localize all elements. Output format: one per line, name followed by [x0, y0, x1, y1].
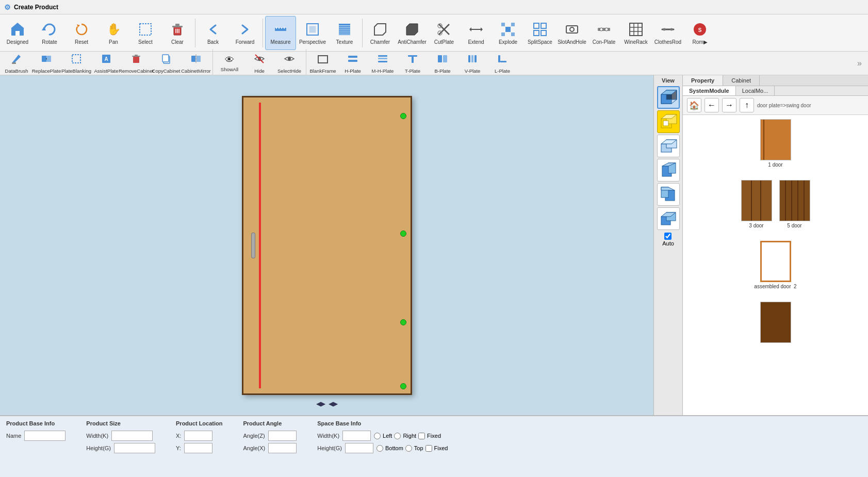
view-yellow-button[interactable] — [657, 110, 680, 133]
databrush-button[interactable]: DataBrush — [2, 53, 31, 74]
selecthide-button[interactable]: SelectHide — [275, 53, 304, 74]
removecabinet-icon — [130, 53, 142, 67]
b-plate-label: B-Plate — [434, 68, 450, 74]
con-plate-button[interactable]: Con-Plate — [588, 16, 619, 50]
view-3d-button[interactable] — [657, 207, 680, 230]
select-button[interactable]: Select — [130, 16, 161, 50]
viewport[interactable]: ◀▶ ◀▶ — [0, 75, 653, 415]
handle-dot-mid[interactable] — [400, 231, 406, 237]
svg-rect-56 — [42, 56, 46, 62]
b-plate-button[interactable]: B-Plate — [428, 53, 457, 74]
l-plate-button[interactable]: L-Plate — [488, 53, 517, 74]
antichamfer-button[interactable]: AntiChamfer — [397, 16, 428, 50]
m-h-plate-button[interactable]: M-H-Plate — [368, 53, 397, 74]
perspective-button[interactable]: Perspective — [297, 16, 328, 50]
measure-button[interactable]: Measure — [265, 16, 296, 50]
space-width-input[interactable] — [342, 431, 371, 441]
svg-rect-65 — [162, 55, 169, 62]
svg-rect-84 — [474, 55, 477, 62]
pan-button[interactable]: ✋ Pan — [98, 16, 129, 50]
svg-rect-2 — [15, 31, 20, 36]
auto-checkbox[interactable] — [664, 233, 672, 240]
nav-back-button[interactable]: ← — [705, 98, 719, 112]
designed-button[interactable]: Designed — [2, 16, 33, 50]
explode-button[interactable]: Explode — [493, 16, 523, 50]
door-item-5[interactable]: 5 door — [779, 180, 810, 228]
handle-dot-bottom[interactable] — [400, 319, 406, 325]
view-left-button[interactable] — [657, 183, 680, 206]
svg-marker-25 — [406, 24, 418, 35]
app-icon: ⚙ — [4, 3, 11, 11]
y-input[interactable] — [184, 443, 212, 453]
svg-marker-103 — [661, 187, 675, 190]
fixed-checkbox-width[interactable] — [418, 433, 425, 439]
radio-bottom[interactable] — [376, 445, 383, 452]
anglez-row: Angle(Z) — [243, 431, 297, 441]
removecabinet-button[interactable]: RemoveCabinet — [122, 53, 151, 74]
subtab-system-module[interactable]: SystemModule — [683, 86, 736, 95]
tab-property[interactable]: Property — [683, 75, 723, 86]
hide-button[interactable]: Hide — [245, 53, 274, 74]
anglez-input[interactable] — [268, 431, 297, 441]
copycabinet-button[interactable]: CopyCabinet — [152, 53, 181, 74]
l-plate-icon — [497, 53, 508, 67]
clear-button[interactable]: Clear — [162, 16, 193, 50]
door-item-1[interactable]: 1 door — [760, 119, 791, 168]
toolbar2-more[interactable]: » — [857, 59, 866, 68]
texture-button[interactable]: Texture — [329, 16, 360, 50]
perspective-icon — [304, 21, 321, 38]
chamfer-button[interactable]: Chamfer — [365, 16, 396, 50]
replaceplate-button[interactable]: ReplacePlate — [32, 53, 61, 74]
subtab-local-module[interactable]: LocalMo... — [736, 86, 775, 95]
v-plate-button[interactable]: V-Plate — [458, 53, 487, 74]
t-plate-button[interactable]: T-Plate — [398, 53, 427, 74]
fixed-checkbox-height[interactable] — [425, 445, 432, 452]
svg-point-44 — [605, 28, 608, 31]
back-button[interactable]: Back — [198, 16, 228, 50]
radio-right[interactable] — [394, 433, 401, 439]
h-plate-button[interactable]: H-Plate — [338, 53, 367, 74]
nav-up-button[interactable]: ↑ — [740, 98, 754, 112]
door-item-extra[interactable] — [760, 302, 791, 343]
x-input[interactable] — [184, 431, 212, 441]
tab-cabinet[interactable]: Cabinet — [723, 75, 760, 86]
selecthide-label: SelectHide — [277, 68, 301, 74]
blankframe-label: BlankFrame — [309, 68, 336, 74]
anglex-input[interactable] — [268, 443, 297, 453]
radio-top[interactable] — [405, 445, 412, 452]
slotandhole-button[interactable]: SlotAndHole — [556, 16, 587, 50]
view-right-button[interactable] — [657, 159, 680, 182]
extend-button[interactable]: Extend — [461, 16, 492, 50]
assistplate-button[interactable]: A AssistPlate — [92, 53, 121, 74]
blankframe-button[interactable]: BlankFrame — [308, 53, 337, 74]
splitspace-button[interactable]: SplitSpace — [525, 16, 555, 50]
space-height-input[interactable] — [345, 443, 373, 453]
clothesrod-button[interactable]: ClothesRod — [652, 16, 683, 50]
view-front-button[interactable] — [657, 86, 680, 109]
cutplate-button[interactable]: CutPlate — [429, 16, 460, 50]
handle-dot-top[interactable] — [400, 113, 406, 119]
door-item-assembled[interactable]: assembled door 2 — [754, 241, 796, 289]
width-k-label: Width(K) — [86, 433, 108, 439]
nav-forward-button[interactable]: → — [722, 98, 736, 112]
view-top-button[interactable] — [657, 135, 680, 157]
name-input[interactable] — [24, 431, 65, 441]
plateblanking-button[interactable]: PlateBlanking — [62, 53, 91, 74]
radio-left[interactable] — [374, 433, 381, 439]
rotate-button[interactable]: Rotate — [34, 16, 65, 50]
hide-icon — [254, 53, 265, 67]
cabinetmirror-button[interactable]: CabinetMirror — [182, 53, 210, 74]
reset-button[interactable]: Reset — [66, 16, 97, 50]
nav-home-button[interactable]: 🏠 — [687, 98, 701, 112]
height-g-input[interactable] — [114, 443, 155, 453]
door-item-3[interactable]: 3 door — [741, 180, 772, 228]
fixed-height-label: Fixed — [434, 445, 448, 451]
showall-button[interactable]: 👁 ShowAll — [215, 53, 244, 74]
width-k-input[interactable] — [111, 431, 153, 441]
forward-button[interactable]: Forward — [230, 16, 260, 50]
rom-button[interactable]: S Rom▶ — [684, 16, 715, 50]
svg-rect-80 — [438, 55, 442, 62]
replaceplate-label: ReplacePlate — [32, 68, 61, 74]
handle-dot-bott2[interactable] — [400, 383, 406, 389]
winerack-button[interactable]: WineRack — [620, 16, 651, 50]
